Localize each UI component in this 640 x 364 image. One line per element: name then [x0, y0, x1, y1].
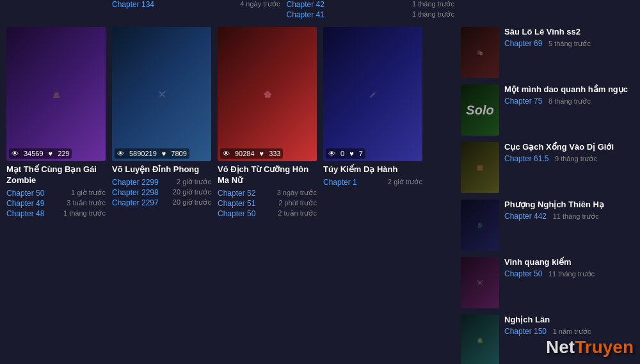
cover-stats-4: 👁 0 ♥ 7: [326, 148, 365, 159]
chapter-time: 3 ngày trước: [277, 189, 317, 198]
chapter-time: 20 giờ trước: [173, 188, 211, 197]
sidebar-chapter-5[interactable]: Chapter 50: [504, 269, 542, 278]
chapter-row: Chapter 49 3 tuần trước: [6, 199, 106, 208]
sidebar-title-3[interactable]: Cục Gạch Xổng Vào Dị Giới: [504, 142, 634, 152]
chapter-name[interactable]: Chapter 2298: [112, 188, 159, 197]
sidebar-time-3: 9 tháng trước: [555, 155, 597, 162]
sidebar-time-5: 11 tháng trước: [548, 270, 595, 278]
chapter-time: 2 tuần trước: [278, 209, 317, 218]
sidebar-time-2: 8 tháng trước: [548, 97, 591, 105]
sidebar-cover-2[interactable]: Solo: [461, 84, 499, 136]
manga-cover-2[interactable]: ⚔️ 👁 5890219 ♥ 7809: [112, 27, 211, 161]
sidebar-chapter-1[interactable]: Chapter 69: [504, 39, 542, 48]
sidebar-title-5[interactable]: Vinh quang kiếm: [504, 257, 634, 267]
sidebar-info-1: Sâu Lô Lê Vinh ss2 Chapter 69 5 tháng tr…: [504, 27, 634, 48]
sidebar-chapter-2[interactable]: Chapter 75: [504, 97, 542, 106]
views-icon: 👁: [12, 150, 19, 157]
sidebar-title-6[interactable]: Nghịch Lân: [504, 315, 634, 324]
manga-cover-1[interactable]: 🧟 👁 34569 ♥ 229: [6, 27, 106, 161]
manga-card-2: ⚔️ 👁 5890219 ♥ 7809 Võ Luyện Đỉnh Phong …: [112, 27, 211, 364]
sidebar-item-4: 🐉 Phượng Nghịch Thiên Hạ Chapter 442 11 …: [461, 200, 634, 251]
top-chapter-42-time: 1 tháng trước: [412, 0, 454, 9]
sidebar-time-6: 1 năm trước: [553, 328, 591, 335]
chapter-name[interactable]: Chapter 49: [6, 199, 44, 208]
chapter-row: Chapter 48 1 tháng trước: [6, 209, 106, 218]
manga-card-4: 🗡️ 👁 0 ♥ 7 Túy Kiếm Dạ Hành Chapter 1 2 …: [323, 27, 422, 364]
chapter-time: 2 giờ trước: [177, 178, 211, 187]
manga-title-1[interactable]: Mạt Thế Cùng Bạn Gái Zombie: [6, 164, 106, 186]
sidebar-cover-1[interactable]: 🎭: [461, 27, 499, 78]
sidebar-cover-4[interactable]: 🐉: [461, 200, 499, 251]
sidebar: 🎭 Sâu Lô Lê Vinh ss2 Chapter 69 5 tháng …: [461, 27, 634, 364]
sidebar-info-2: Một mình dao quanh hầm ngục Chapter 75 8…: [504, 84, 634, 106]
sidebar-title-1[interactable]: Sâu Lô Lê Vinh ss2: [504, 27, 634, 36]
chapter-name[interactable]: Chapter 51: [218, 199, 255, 208]
chapter-time: 2 phút trước: [278, 199, 317, 208]
top-chapter-41[interactable]: Chapter 41: [287, 10, 324, 19]
manga-title-3[interactable]: Vô Địch Từ Cưỡng Hôn Ma Nữ: [218, 164, 317, 186]
sidebar-info-5: Vinh quang kiếm Chapter 50 11 tháng trướ…: [504, 257, 634, 278]
chapter-name[interactable]: Chapter 1: [323, 178, 357, 187]
chapter-time: 1 tháng trước: [63, 209, 106, 218]
manga-cover-3[interactable]: 🌸 👁 90284 ♥ 333: [218, 27, 317, 161]
sidebar-chapter-4[interactable]: Chapter 442: [504, 212, 547, 221]
chapter-time: 20 giờ trước: [173, 198, 211, 207]
chapter-name[interactable]: Chapter 50: [6, 189, 44, 198]
chapter-name[interactable]: Chapter 50: [218, 209, 255, 218]
nettruyen-logo: NetTruyen: [546, 337, 634, 358]
top-chapter-134-time: 4 ngày trước: [240, 0, 280, 9]
cover-stats-2: 👁 5890219 ♥ 7809: [115, 148, 189, 159]
manga-card-3: 🌸 👁 90284 ♥ 333 Vô Địch Từ Cưỡng Hôn Ma …: [218, 27, 317, 364]
manga-grid: 🧟 👁 34569 ♥ 229 Mạt Thế Cùng Bạn Gái Zom…: [6, 27, 454, 364]
chapter-time: 1 giờ trước: [71, 189, 106, 198]
chapter-row: Chapter 50 1 giờ trước: [6, 189, 106, 198]
chapter-name[interactable]: Chapter 48: [6, 209, 44, 218]
sidebar-info-4: Phượng Nghịch Thiên Hạ Chapter 442 11 th…: [504, 200, 634, 221]
sidebar-title-2[interactable]: Một mình dao quanh hầm ngục: [504, 84, 634, 94]
top-chapter-134[interactable]: Chapter 134: [112, 0, 154, 9]
sidebar-cover-6[interactable]: 🌟: [461, 315, 499, 364]
sidebar-chapter-6[interactable]: Chapter 150: [504, 327, 547, 336]
top-chapter-41-time: 1 tháng trước: [412, 10, 454, 19]
sidebar-title-4[interactable]: Phượng Nghịch Thiên Hạ: [504, 200, 634, 209]
sidebar-item-2: Solo Một mình dao quanh hầm ngục Chapter…: [461, 84, 634, 136]
truyen-text: Truyen: [575, 337, 634, 357]
sidebar-cover-5[interactable]: ⚔️: [461, 257, 499, 308]
sidebar-info-6: Nghịch Lân Chapter 150 1 năm trước: [504, 315, 634, 336]
chapter-time: 2 giờ trước: [388, 178, 422, 187]
sidebar-cover-3[interactable]: 🧱: [461, 142, 499, 193]
manga-card-1: 🧟 👁 34569 ♥ 229 Mạt Thế Cùng Bạn Gái Zom…: [6, 27, 106, 364]
net-text: Net: [546, 337, 575, 357]
sidebar-item-3: 🧱 Cục Gạch Xổng Vào Dị Giới Chapter 61.5…: [461, 142, 634, 193]
chapter-name[interactable]: Chapter 2297: [112, 198, 159, 207]
sidebar-item-1: 🎭 Sâu Lô Lê Vinh ss2 Chapter 69 5 tháng …: [461, 27, 634, 78]
manga-title-4[interactable]: Túy Kiếm Dạ Hành: [323, 164, 422, 175]
cover-stats-1: 👁 34569 ♥ 229: [9, 148, 72, 159]
likes-icon: ♥: [49, 150, 53, 157]
sidebar-time-4: 11 tháng trước: [553, 212, 599, 220]
top-chapter-42[interactable]: Chapter 42: [287, 0, 324, 9]
sidebar-info-3: Cục Gạch Xổng Vào Dị Giới Chapter 61.5 9…: [504, 142, 634, 163]
manga-cover-4[interactable]: 🗡️ 👁 0 ♥ 7: [323, 27, 422, 161]
chapter-time: 3 tuần trước: [67, 199, 106, 208]
sidebar-time-1: 5 tháng trước: [548, 40, 591, 47]
cover-stats-3: 👁 90284 ♥ 333: [220, 148, 283, 159]
chapter-name[interactable]: Chapter 2299: [112, 178, 159, 187]
sidebar-item-5: ⚔️ Vinh quang kiếm Chapter 50 11 tháng t…: [461, 257, 634, 308]
manga-title-2[interactable]: Võ Luyện Đỉnh Phong: [112, 164, 211, 175]
chapter-name[interactable]: Chapter 52: [218, 189, 255, 198]
sidebar-chapter-3[interactable]: Chapter 61.5: [504, 154, 548, 163]
